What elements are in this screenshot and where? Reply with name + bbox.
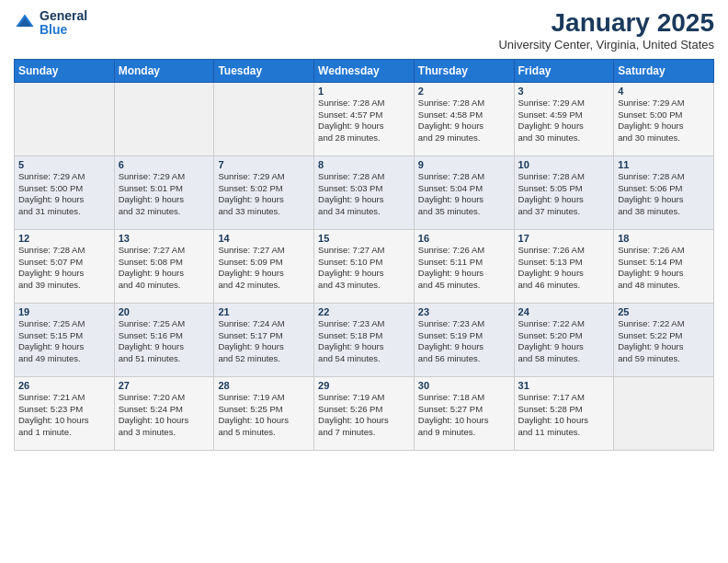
day-number: 16 [418,233,510,244]
day-info: Sunrise: 7:26 AM Sunset: 5:11 PM Dayligh… [418,245,510,292]
week-row-1: 1Sunrise: 7:28 AM Sunset: 4:57 PM Daylig… [15,82,714,155]
calendar-cell: 19Sunrise: 7:25 AM Sunset: 5:15 PM Dayli… [15,303,115,376]
day-info: Sunrise: 7:27 AM Sunset: 5:09 PM Dayligh… [218,245,310,292]
day-number: 6 [119,159,210,170]
calendar-cell: 22Sunrise: 7:23 AM Sunset: 5:18 PM Dayli… [314,303,415,376]
day-info: Sunrise: 7:29 AM Sunset: 5:01 PM Dayligh… [119,171,210,218]
day-number: 15 [318,233,410,244]
logo-text: General Blue [40,9,87,38]
day-number: 18 [618,233,710,244]
day-number: 17 [518,233,610,244]
calendar-cell: 27Sunrise: 7:20 AM Sunset: 5:24 PM Dayli… [114,376,214,450]
calendar-cell [15,82,115,155]
calendar-cell: 26Sunrise: 7:21 AM Sunset: 5:23 PM Dayli… [15,376,115,450]
day-info: Sunrise: 7:22 AM Sunset: 5:22 PM Dayligh… [618,318,710,365]
day-info: Sunrise: 7:22 AM Sunset: 5:20 PM Dayligh… [518,318,610,365]
week-row-5: 26Sunrise: 7:21 AM Sunset: 5:23 PM Dayli… [15,376,714,450]
day-info: Sunrise: 7:28 AM Sunset: 5:04 PM Dayligh… [418,171,510,218]
day-header-sunday: Sunday [15,59,115,82]
day-number: 3 [518,86,610,97]
calendar-cell: 4Sunrise: 7:29 AM Sunset: 5:00 PM Daylig… [614,82,714,155]
day-info: Sunrise: 7:25 AM Sunset: 5:15 PM Dayligh… [18,318,110,365]
day-info: Sunrise: 7:19 AM Sunset: 5:25 PM Dayligh… [218,392,310,439]
day-number: 30 [418,380,510,391]
day-number: 11 [618,159,710,170]
calendar-cell: 12Sunrise: 7:28 AM Sunset: 5:07 PM Dayli… [15,229,115,303]
calendar-cell: 21Sunrise: 7:24 AM Sunset: 5:17 PM Dayli… [214,303,314,376]
day-number: 24 [518,306,610,317]
logo-general-text: General [40,9,87,23]
day-number: 14 [218,233,310,244]
day-info: Sunrise: 7:21 AM Sunset: 5:23 PM Dayligh… [18,392,110,439]
day-info: Sunrise: 7:19 AM Sunset: 5:26 PM Dayligh… [318,392,410,439]
calendar-table: SundayMondayTuesdayWednesdayThursdayFrid… [14,59,714,451]
day-number: 10 [518,159,610,170]
day-info: Sunrise: 7:28 AM Sunset: 5:05 PM Dayligh… [518,171,610,218]
calendar-cell: 30Sunrise: 7:18 AM Sunset: 5:27 PM Dayli… [414,376,514,450]
day-info: Sunrise: 7:28 AM Sunset: 4:58 PM Dayligh… [418,98,510,144]
day-info: Sunrise: 7:20 AM Sunset: 5:24 PM Dayligh… [119,392,210,439]
calendar-cell: 6Sunrise: 7:29 AM Sunset: 5:01 PM Daylig… [114,155,214,229]
day-info: Sunrise: 7:29 AM Sunset: 5:00 PM Dayligh… [618,98,710,144]
day-number: 13 [119,233,210,244]
day-header-friday: Friday [514,59,614,82]
day-info: Sunrise: 7:28 AM Sunset: 5:06 PM Dayligh… [618,171,710,218]
day-number: 20 [119,306,210,317]
calendar-cell: 17Sunrise: 7:26 AM Sunset: 5:13 PM Dayli… [514,229,614,303]
day-number: 7 [218,159,310,170]
day-number: 26 [18,380,110,391]
calendar-cell: 3Sunrise: 7:29 AM Sunset: 4:59 PM Daylig… [514,82,614,155]
calendar-cell: 8Sunrise: 7:28 AM Sunset: 5:03 PM Daylig… [314,155,415,229]
calendar-cell: 2Sunrise: 7:28 AM Sunset: 4:58 PM Daylig… [414,82,514,155]
day-info: Sunrise: 7:25 AM Sunset: 5:16 PM Dayligh… [119,318,210,365]
day-header-monday: Monday [114,59,214,82]
day-number: 12 [18,233,110,244]
day-info: Sunrise: 7:28 AM Sunset: 5:07 PM Dayligh… [18,245,110,292]
calendar-cell: 24Sunrise: 7:22 AM Sunset: 5:20 PM Dayli… [514,303,614,376]
day-info: Sunrise: 7:27 AM Sunset: 5:10 PM Dayligh… [318,245,410,292]
logo-blue-text: Blue [40,23,87,37]
calendar-cell [614,376,714,450]
calendar-body: 1Sunrise: 7:28 AM Sunset: 4:57 PM Daylig… [15,82,714,450]
day-number: 8 [318,159,410,170]
calendar-cell: 16Sunrise: 7:26 AM Sunset: 5:11 PM Dayli… [414,229,514,303]
day-header-wednesday: Wednesday [314,59,415,82]
day-number: 28 [218,380,310,391]
day-number: 22 [318,306,410,317]
day-number: 31 [518,380,610,391]
day-number: 19 [18,306,110,317]
main-title: January 2025 [498,9,714,38]
day-info: Sunrise: 7:29 AM Sunset: 4:59 PM Dayligh… [518,98,610,144]
page: General Blue January 2025 University Cen… [0,0,728,563]
day-number: 25 [618,306,710,317]
calendar-cell: 9Sunrise: 7:28 AM Sunset: 5:04 PM Daylig… [414,155,514,229]
day-number: 1 [318,86,410,97]
calendar-header: SundayMondayTuesdayWednesdayThursdayFrid… [15,59,714,82]
day-info: Sunrise: 7:29 AM Sunset: 5:02 PM Dayligh… [218,171,310,218]
day-number: 27 [119,380,210,391]
week-row-4: 19Sunrise: 7:25 AM Sunset: 5:15 PM Dayli… [15,303,714,376]
day-number: 21 [218,306,310,317]
day-info: Sunrise: 7:24 AM Sunset: 5:17 PM Dayligh… [218,318,310,365]
calendar-cell: 13Sunrise: 7:27 AM Sunset: 5:08 PM Dayli… [114,229,214,303]
day-header-tuesday: Tuesday [214,59,314,82]
day-header-saturday: Saturday [614,59,714,82]
day-info: Sunrise: 7:17 AM Sunset: 5:28 PM Dayligh… [518,392,610,439]
calendar-cell: 28Sunrise: 7:19 AM Sunset: 5:25 PM Dayli… [214,376,314,450]
calendar-cell: 7Sunrise: 7:29 AM Sunset: 5:02 PM Daylig… [214,155,314,229]
calendar-cell: 18Sunrise: 7:26 AM Sunset: 5:14 PM Dayli… [614,229,714,303]
calendar-cell: 23Sunrise: 7:23 AM Sunset: 5:19 PM Dayli… [414,303,514,376]
day-number: 29 [318,380,410,391]
day-info: Sunrise: 7:18 AM Sunset: 5:27 PM Dayligh… [418,392,510,439]
day-info: Sunrise: 7:26 AM Sunset: 5:13 PM Dayligh… [518,245,610,292]
calendar-cell: 1Sunrise: 7:28 AM Sunset: 4:57 PM Daylig… [314,82,415,155]
day-info: Sunrise: 7:23 AM Sunset: 5:18 PM Dayligh… [318,318,410,365]
day-info: Sunrise: 7:28 AM Sunset: 5:03 PM Dayligh… [318,171,410,218]
calendar-cell: 31Sunrise: 7:17 AM Sunset: 5:28 PM Dayli… [514,376,614,450]
calendar-cell: 29Sunrise: 7:19 AM Sunset: 5:26 PM Dayli… [314,376,415,450]
subtitle: University Center, Virginia, United Stat… [498,38,714,52]
calendar-cell: 14Sunrise: 7:27 AM Sunset: 5:09 PM Dayli… [214,229,314,303]
logo-icon [14,12,36,34]
week-row-2: 5Sunrise: 7:29 AM Sunset: 5:00 PM Daylig… [15,155,714,229]
day-number: 2 [418,86,510,97]
